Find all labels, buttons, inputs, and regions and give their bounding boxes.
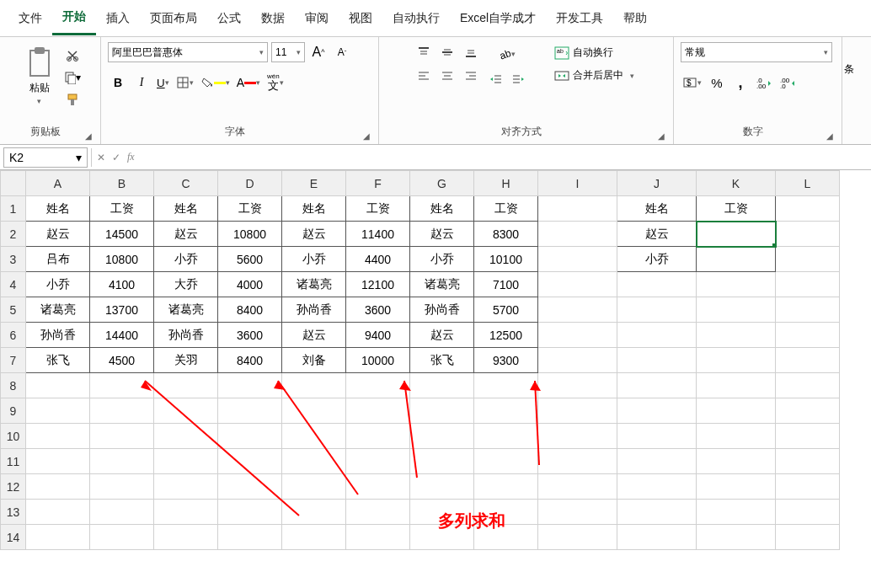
menu-item-4[interactable]: 公式 [207,3,251,35]
align-middle-button[interactable] [437,42,457,62]
increase-decimal-button[interactable]: .0.00 [754,72,774,93]
cell-L2[interactable] [776,222,840,247]
menu-item-0[interactable]: 文件 [8,3,52,35]
number-dialog-launcher[interactable]: ◢ [825,130,835,142]
cell-L14[interactable] [776,525,840,550]
cell-L11[interactable] [776,449,840,474]
cancel-icon[interactable]: ✕ [97,152,105,163]
column-header-L[interactable]: L [776,171,840,196]
orientation-button[interactable]: ab▾ [486,44,528,64]
cell-L9[interactable] [776,398,840,424]
cell-K1[interactable]: 工资 [697,196,776,222]
cell-K13[interactable] [697,500,776,525]
menu-item-5[interactable]: 数据 [251,3,295,35]
cell-K14[interactable] [697,525,776,550]
align-left-button[interactable] [414,66,434,86]
cell-K2[interactable] [697,222,776,247]
font-color-button[interactable]: A▾ [235,72,262,93]
percent-button[interactable]: % [707,72,727,93]
alignment-dialog-launcher[interactable]: ◢ [656,130,666,142]
cell-J11[interactable] [617,449,697,474]
cell-J8[interactable] [617,373,697,398]
cell-L4[interactable] [776,272,840,297]
increase-indent-button[interactable] [508,69,528,89]
cell-K8[interactable] [697,373,776,398]
decrease-font-button[interactable]: Aˇ [332,42,352,62]
align-right-button[interactable] [461,66,481,86]
clipboard-dialog-launcher[interactable]: ◢ [83,130,94,142]
menu-item-3[interactable]: 页面布局 [140,3,207,35]
cell-K9[interactable] [697,398,776,424]
bold-button[interactable]: B [108,72,128,93]
cell-L10[interactable] [776,424,840,449]
cell-K10[interactable] [697,424,776,449]
accounting-format-button[interactable]: $▾ [681,72,703,93]
svg-text:$: $ [687,78,692,88]
cell-J9[interactable] [617,398,697,424]
underline-button[interactable]: U▾ [155,72,171,93]
font-size-combo[interactable]: 11▾ [271,42,305,62]
cell-J2[interactable]: 赵云 [617,222,697,247]
cell-J14[interactable] [617,525,697,550]
cut-icon[interactable] [64,47,81,64]
cell-J3[interactable]: 小乔 [617,247,697,272]
cell-K12[interactable] [697,474,776,500]
column-header-J[interactable]: J [617,171,697,196]
menu-item-11[interactable]: 帮助 [613,3,657,35]
cell-L7[interactable] [776,348,840,373]
cell-J4[interactable] [617,272,697,297]
menu-item-7[interactable]: 视图 [339,3,382,35]
font-dialog-launcher[interactable]: ◢ [361,130,371,142]
italic-button[interactable]: I [131,72,152,93]
align-bottom-button[interactable] [461,42,481,62]
cell-J10[interactable] [617,424,697,449]
cell-L6[interactable] [776,323,840,348]
cell-J1[interactable]: 姓名 [617,196,697,222]
fx-icon[interactable]: fx [127,151,135,163]
enter-icon[interactable]: ✓ [112,152,120,163]
merge-center-button[interactable]: 合并后居中▾ [549,67,639,84]
cell-J6[interactable] [617,323,697,348]
align-top-button[interactable] [414,42,434,62]
menu-item-1[interactable]: 开始 [52,1,96,35]
cell-L12[interactable] [776,474,840,500]
name-box[interactable]: K2▾ [3,147,88,168]
number-format-combo[interactable]: 常规▾ [681,42,832,62]
number-group-label: 数字 [681,123,825,142]
menu-item-2[interactable]: 插入 [96,3,140,35]
cell-K6[interactable] [697,323,776,348]
cell-K3[interactable] [697,247,776,272]
menu-item-9[interactable]: Excel自学成才 [450,3,546,35]
cell-K5[interactable] [697,297,776,323]
cell-K11[interactable] [697,449,776,474]
increase-font-button[interactable]: A^ [308,42,329,62]
menu-item-6[interactable]: 审阅 [295,3,339,35]
cell-J13[interactable] [617,500,697,525]
cell-L5[interactable] [776,297,840,323]
cell-K7[interactable] [697,348,776,373]
format-painter-icon[interactable] [64,91,81,108]
decrease-indent-button[interactable] [486,69,506,89]
cell-J7[interactable] [617,348,697,373]
decrease-decimal-button[interactable]: .00.0 [777,72,798,93]
cell-L1[interactable] [776,196,840,222]
cell-K4[interactable] [697,272,776,297]
menu-item-8[interactable]: 自动执行 [382,3,450,35]
font-name-combo[interactable]: 阿里巴巴普惠体▾ [108,42,268,62]
cell-J5[interactable] [617,297,697,323]
clipboard-group-label: 剪贴板 [7,123,83,142]
fill-color-button[interactable]: ▾ [199,72,232,93]
column-header-K[interactable]: K [697,171,776,196]
align-center-button[interactable] [437,66,457,86]
copy-icon[interactable]: ▾ [64,69,81,86]
cell-J12[interactable] [617,474,697,500]
comma-button[interactable]: , [730,72,751,93]
wrap-text-button[interactable]: ab自动换行 [549,44,639,61]
cell-L3[interactable] [776,247,840,272]
paste-button[interactable]: 粘贴 ▾ [20,42,59,109]
cell-L8[interactable] [776,373,840,398]
border-button[interactable]: ▾ [174,72,195,93]
cell-L13[interactable] [776,500,840,525]
phonetic-button[interactable]: wén文▾ [265,72,286,93]
menu-item-10[interactable]: 开发工具 [546,3,613,35]
